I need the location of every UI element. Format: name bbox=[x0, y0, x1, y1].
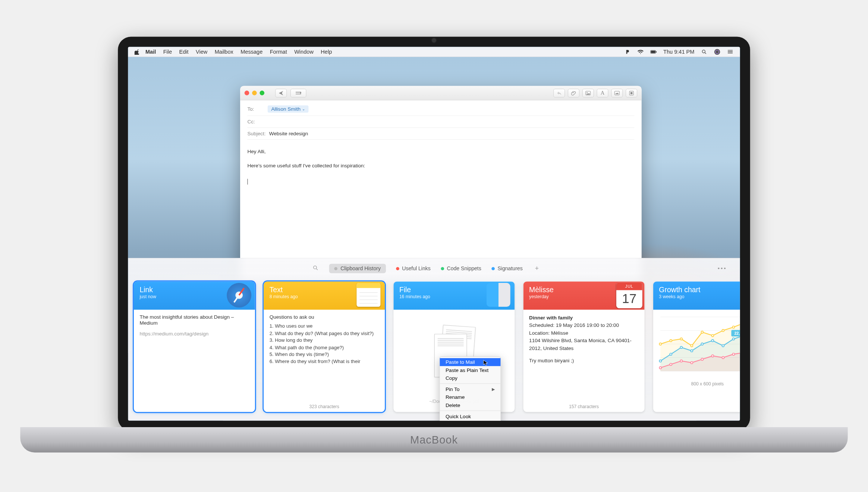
to-field[interactable]: To: Allison Smith⌄ bbox=[247, 102, 634, 116]
battery-icon[interactable] bbox=[650, 48, 657, 55]
minimize-button[interactable] bbox=[252, 91, 257, 95]
context-menu-item[interactable]: Pin To▶ bbox=[440, 385, 501, 393]
subject-label: Subject: bbox=[247, 131, 269, 137]
svg-point-46 bbox=[701, 358, 703, 360]
mouse-cursor-icon bbox=[483, 360, 489, 366]
notes-icon bbox=[356, 283, 382, 308]
markup-button[interactable] bbox=[626, 89, 637, 97]
photo-button[interactable] bbox=[582, 89, 594, 97]
tab-signatures[interactable]: Signatures bbox=[491, 266, 523, 272]
context-menu-item[interactable]: Delete bbox=[440, 401, 501, 409]
link-title: The most insightful stories about Design… bbox=[139, 314, 249, 325]
subject-field[interactable]: Subject: Website redesign bbox=[247, 128, 634, 140]
emoji-button[interactable] bbox=[611, 89, 623, 97]
message-body[interactable]: Hey Alli, Here's some useful stuff I've … bbox=[240, 142, 642, 191]
menu-edit[interactable]: Edit bbox=[179, 49, 188, 55]
svg-point-20 bbox=[659, 343, 661, 345]
chart-callout: 22,186 bbox=[732, 330, 740, 336]
menu-message[interactable]: Message bbox=[240, 49, 262, 55]
menu-format[interactable]: Format bbox=[270, 49, 287, 55]
context-menu-item[interactable]: Share▶ bbox=[440, 420, 501, 421]
menu-mailbox[interactable]: Mailbox bbox=[215, 49, 233, 55]
context-menu-item[interactable]: Paste as Plain Text bbox=[440, 366, 501, 374]
panel-tabs: Clipboard History Useful Links Code Snip… bbox=[128, 258, 740, 278]
attach-button[interactable] bbox=[568, 89, 579, 97]
card-text[interactable]: Text 8 minutes ago Questions to ask ou 1… bbox=[264, 281, 385, 412]
svg-line-4 bbox=[705, 53, 706, 54]
card-event[interactable]: Mèlisse yesterday JUL 17 Dinner with fam… bbox=[523, 281, 645, 412]
header-fields-button[interactable] bbox=[290, 89, 306, 97]
screen-bezel: Mail File Edit View Mailbox Message Form… bbox=[118, 37, 750, 431]
tab-dot-icon bbox=[334, 267, 338, 270]
svg-point-25 bbox=[711, 334, 714, 337]
search-icon[interactable] bbox=[312, 265, 318, 272]
svg-point-38 bbox=[732, 338, 735, 340]
link-url: https://medium.com/tag/design bbox=[139, 331, 249, 337]
wifi-icon[interactable] bbox=[637, 48, 644, 55]
subject-value: Website redesign bbox=[269, 131, 308, 137]
tab-code-snippets[interactable]: Code Snippets bbox=[441, 266, 481, 272]
menubar: Mail File Edit View Mailbox Message Form… bbox=[128, 47, 740, 57]
card-header: Text 8 minutes ago bbox=[264, 281, 385, 310]
menu-help[interactable]: Help bbox=[321, 49, 332, 55]
context-menu: Paste to MailPaste as Plain TextCopyPin … bbox=[440, 356, 501, 421]
svg-point-48 bbox=[722, 356, 724, 359]
close-button[interactable] bbox=[245, 91, 249, 95]
tab-dot-icon bbox=[491, 267, 495, 270]
context-menu-item[interactable]: Copy bbox=[440, 374, 501, 382]
card-header: Growth chart 3 weeks ago bbox=[653, 281, 740, 310]
svg-point-34 bbox=[691, 350, 693, 352]
paste-app-icon[interactable] bbox=[624, 48, 630, 55]
svg-point-33 bbox=[680, 346, 682, 348]
apple-logo-icon[interactable] bbox=[135, 49, 141, 55]
spotlight-icon[interactable] bbox=[701, 48, 707, 55]
tab-useful-links[interactable]: Useful Links bbox=[396, 266, 431, 272]
send-button[interactable] bbox=[275, 89, 287, 97]
context-menu-item[interactable]: Rename bbox=[440, 393, 501, 401]
card-footer: 157 characters bbox=[523, 401, 645, 412]
reply-button[interactable] bbox=[553, 89, 565, 97]
add-tab-button[interactable]: + bbox=[535, 265, 539, 272]
svg-point-26 bbox=[722, 329, 724, 332]
zoom-button[interactable] bbox=[260, 91, 264, 95]
clipboard-panel: Clipboard History Useful Links Code Snip… bbox=[128, 258, 740, 420]
menubar-clock[interactable]: Thu 9:41 PM bbox=[663, 49, 694, 55]
chart-preview: 22,186 bbox=[653, 310, 740, 378]
to-label: To: bbox=[247, 106, 267, 112]
format-button[interactable]: A bbox=[597, 89, 608, 97]
svg-point-12 bbox=[314, 266, 317, 269]
notification-center-icon[interactable] bbox=[727, 48, 733, 55]
cc-field[interactable]: Cc: bbox=[247, 116, 634, 128]
siri-icon[interactable] bbox=[714, 48, 720, 55]
card-chart[interactable]: Growth chart 3 weeks ago 22,186 800 x 60… bbox=[653, 281, 740, 412]
recipient-pill[interactable]: Allison Smith⌄ bbox=[268, 105, 309, 113]
svg-rect-1 bbox=[651, 51, 655, 53]
tab-dot-icon bbox=[441, 267, 444, 270]
svg-point-23 bbox=[691, 345, 693, 347]
more-button[interactable]: ••• bbox=[718, 265, 727, 272]
tab-clipboard-history[interactable]: Clipboard History bbox=[329, 264, 386, 273]
menu-file[interactable]: File bbox=[163, 49, 172, 55]
svg-point-36 bbox=[711, 340, 714, 342]
menubar-app-name[interactable]: Mail bbox=[145, 49, 156, 55]
cards-row[interactable]: Link just now The most insightful storie… bbox=[128, 278, 740, 420]
menu-view[interactable]: View bbox=[196, 49, 207, 55]
finder-icon bbox=[487, 283, 512, 308]
svg-point-21 bbox=[670, 340, 672, 342]
context-menu-item[interactable]: Quick Look bbox=[440, 412, 501, 420]
svg-point-32 bbox=[670, 353, 672, 355]
svg-point-43 bbox=[670, 363, 672, 366]
svg-point-24 bbox=[701, 331, 703, 333]
card-footer: 323 characters bbox=[264, 401, 385, 412]
cc-label: Cc: bbox=[247, 119, 267, 125]
context-menu-item[interactable]: Paste to Mail bbox=[440, 358, 501, 366]
laptop-base: MacBook bbox=[20, 427, 847, 452]
card-footer: 800 x 600 pixels bbox=[653, 378, 740, 389]
menu-window[interactable]: Window bbox=[294, 49, 314, 55]
text-cursor bbox=[247, 179, 248, 184]
card-link[interactable]: Link just now The most insightful storie… bbox=[134, 281, 255, 412]
svg-point-31 bbox=[659, 360, 661, 362]
card-header: Link just now bbox=[134, 281, 255, 310]
event-title: Dinner with family bbox=[529, 314, 639, 321]
card-header: Mèlisse yesterday JUL 17 bbox=[523, 281, 645, 310]
